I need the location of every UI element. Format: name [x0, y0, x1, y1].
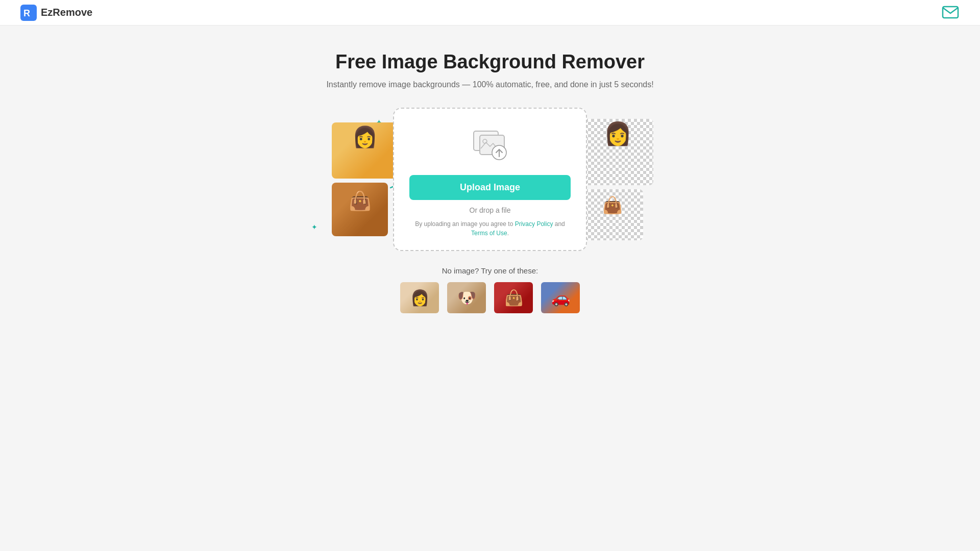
demo-bag-left — [332, 183, 388, 236]
svg-text:R: R — [23, 8, 30, 18]
demo-woman-left — [332, 122, 398, 179]
demo-area: ✦ ✦ ✦ — [0, 108, 980, 251]
privacy-policy-link[interactable]: Privacy Policy — [515, 220, 553, 228]
logo-area[interactable]: R EzRemove — [20, 5, 92, 21]
svg-rect-2 — [943, 7, 958, 18]
upload-icon-area — [470, 124, 510, 167]
page-title: Free Image Background Remover — [335, 51, 645, 73]
right-demo-images — [582, 119, 674, 240]
policy-text: By uploading an image you agree to Priva… — [409, 219, 571, 238]
header: R EzRemove — [0, 0, 980, 26]
sample-thumb-dog[interactable]: 🐶 — [446, 281, 487, 314]
upload-box[interactable]: Upload Image Or drop a file By uploading… — [393, 108, 587, 251]
logo-text: EzRemove — [41, 7, 92, 18]
upload-icon — [470, 124, 510, 165]
no-image-label: No image? Try one of these: — [442, 266, 538, 275]
logo-icon: R — [20, 5, 37, 21]
sample-thumb-bag[interactable]: 👜 — [493, 281, 534, 314]
sample-images-row: 👩 🐶 👜 🚗 — [399, 281, 581, 314]
main-content: Free Image Background Remover Instantly … — [0, 26, 980, 314]
demo-woman-right — [582, 119, 653, 185]
left-demo-images: ✦ ✦ ✦ — [306, 122, 398, 236]
sample-thumb-car[interactable]: 🚗 — [540, 281, 581, 314]
contact-icon[interactable] — [941, 3, 960, 23]
upload-button[interactable]: Upload Image — [409, 175, 571, 200]
page-subtitle: Instantly remove image backgrounds — 100… — [326, 80, 653, 89]
sparkle-icon: ✦ — [311, 223, 317, 231]
sample-thumb-woman[interactable]: 👩 — [399, 281, 440, 314]
terms-of-use-link[interactable]: Terms of Use — [471, 230, 507, 237]
sample-section: No image? Try one of these: 👩 🐶 👜 🚗 — [399, 266, 581, 314]
or-drop-text: Or drop a file — [470, 206, 511, 214]
demo-bag-right — [582, 189, 643, 240]
